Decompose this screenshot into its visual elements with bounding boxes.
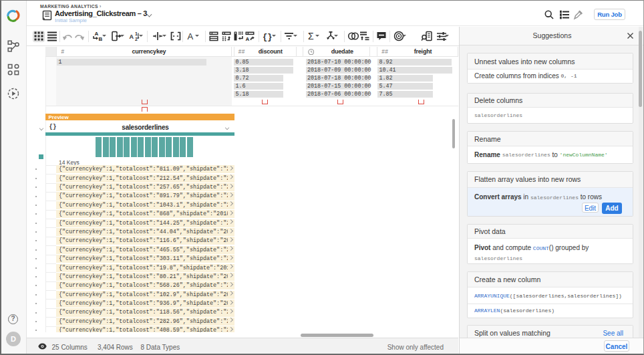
svg-text:A: A (246, 36, 250, 42)
svg-text:A: A (130, 33, 134, 40)
svg-text:A: A (188, 31, 194, 41)
svg-text:Σ: Σ (308, 31, 314, 41)
svg-text:1: 1 (135, 31, 138, 36)
svg-text:2: 2 (135, 37, 138, 41)
svg-text:{}: {} (263, 33, 272, 42)
